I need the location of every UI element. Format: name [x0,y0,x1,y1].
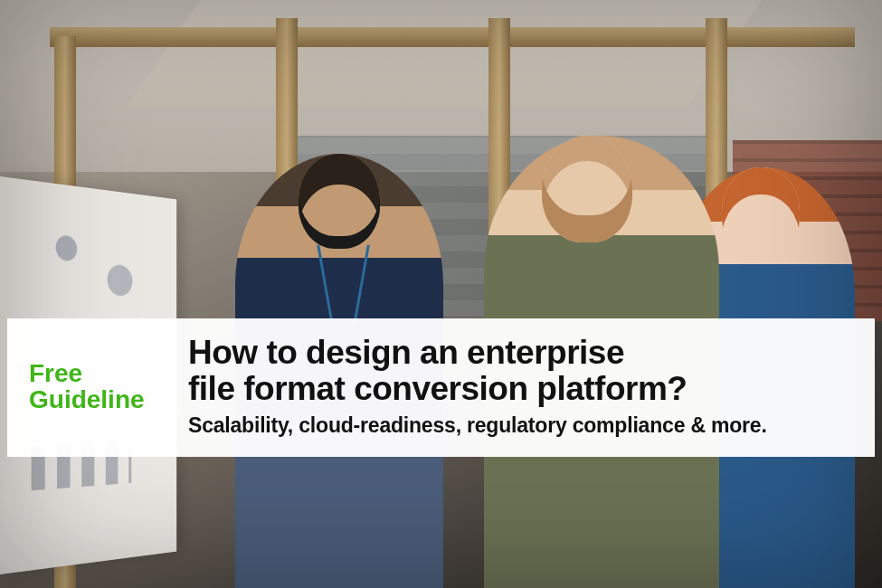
headline-block: How to design an enterprise file format … [188,335,853,439]
ceiling-beam [125,0,762,109]
text-banner: Free Guideline How to design an enterpri… [7,318,875,457]
headline-line1: How to design an enterprise [188,334,624,371]
badge-line2: Guideline [29,386,172,413]
headline: How to design an enterprise file format … [188,335,853,407]
headline-line2: file format conversion platform? [188,370,687,407]
free-guideline-badge: Free Guideline [29,360,172,413]
wood-frame-top [50,27,855,47]
badge-line1: Free [29,360,172,386]
subhead: Scalability, cloud-readiness, regulatory… [188,413,853,439]
hero-image: Free Guideline How to design an enterpri… [0,0,882,588]
